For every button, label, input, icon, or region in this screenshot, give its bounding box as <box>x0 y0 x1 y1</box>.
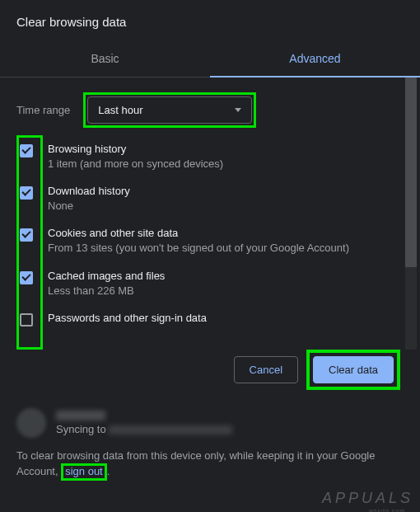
syncing-label: Syncing to <box>56 423 109 435</box>
highlight-time-range: Last hour <box>83 92 256 128</box>
option-browsing-history[interactable]: Browsing history 1 item (and more on syn… <box>16 143 404 171</box>
avatar <box>16 408 46 438</box>
tab-basic[interactable]: Basic <box>0 40 210 77</box>
tabs: Basic Advanced <box>0 40 420 78</box>
option-title: Cached images and files <box>48 270 165 282</box>
option-title: Browsing history <box>48 143 223 155</box>
option-cached[interactable]: Cached images and files Less than 226 MB <box>16 270 404 298</box>
option-passwords[interactable]: Passwords and other sign-in data <box>16 312 404 326</box>
checkbox-browsing-history[interactable] <box>20 144 33 157</box>
checkbox-cached[interactable] <box>20 271 33 284</box>
highlight-sign-out: sign out <box>61 463 107 480</box>
scrollbar-thumb[interactable] <box>405 78 417 267</box>
account-name-redacted <box>56 411 105 420</box>
checkbox-cookies[interactable] <box>20 228 33 242</box>
option-desc: 1 item (and more on synced devices) <box>48 157 223 171</box>
account-row: Syncing to <box>16 402 404 448</box>
option-title: Passwords and other sign-in data <box>48 312 207 324</box>
option-download-history[interactable]: Download history None <box>16 185 404 214</box>
account-email-redacted <box>109 425 232 434</box>
checkbox-download-history[interactable] <box>20 186 33 200</box>
option-title: Download history <box>48 185 130 197</box>
chevron-down-icon <box>235 108 241 112</box>
option-desc: None <box>48 199 130 214</box>
option-desc: Less than 226 MB <box>48 284 165 298</box>
options-list: Browsing history 1 item (and more on syn… <box>16 143 404 326</box>
sign-out-link[interactable]: sign out <box>65 465 103 477</box>
option-title: Cookies and other site data <box>48 227 349 239</box>
time-range-select[interactable]: Last hour <box>87 96 252 124</box>
watermark-site: wsxdn.com <box>369 508 405 512</box>
checkbox-passwords[interactable] <box>20 313 33 326</box>
tab-advanced[interactable]: Advanced <box>210 40 420 77</box>
cancel-button[interactable]: Cancel <box>234 356 298 383</box>
option-cookies[interactable]: Cookies and other site data From 13 site… <box>16 227 404 256</box>
dialog-title: Clear browsing data <box>16 15 404 29</box>
highlight-clear-button: Clear data <box>306 350 400 390</box>
time-range-value: Last hour <box>98 104 142 116</box>
time-range-label: Time range <box>16 104 70 116</box>
info-text: To clear browsing data from this device … <box>16 448 404 492</box>
watermark-brand: APPUALS <box>322 490 413 507</box>
clear-data-button[interactable]: Clear data <box>313 356 394 383</box>
option-desc: From 13 sites (you won't be signed out o… <box>48 241 349 256</box>
